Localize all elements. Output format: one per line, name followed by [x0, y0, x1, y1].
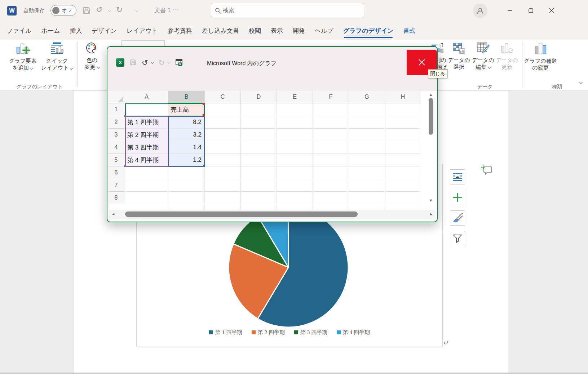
collapse-ribbon-chevron-icon[interactable]: [579, 80, 583, 84]
chart-data-window[interactable]: X ↺ ↻ Microsoft Wo: [107, 46, 438, 222]
cell-E4[interactable]: [277, 141, 313, 154]
row-header-4[interactable]: 4: [107, 141, 125, 154]
chart-legend[interactable]: 第 1 四半期第 2 四半期第 3 四半期第 4 四半期: [136, 329, 443, 336]
chart-elements-button[interactable]: [450, 190, 465, 205]
cell-C3[interactable]: [205, 129, 241, 141]
cell-E8[interactable]: [277, 192, 313, 204]
word-logo-icon[interactable]: W: [7, 6, 17, 15]
cell-G3[interactable]: [349, 129, 385, 141]
scroll-right-icon[interactable]: ►: [428, 212, 435, 216]
close-window-button[interactable]: [541, 0, 562, 21]
vertical-scrollbar[interactable]: ▲ ▼: [426, 92, 436, 204]
cell-E1[interactable]: [277, 103, 313, 116]
cell-D8[interactable]: [241, 192, 277, 204]
cell-A4[interactable]: 第 3 四半期: [125, 141, 168, 154]
tab-レイアウト[interactable]: レイアウト: [127, 27, 158, 35]
row-header-3[interactable]: 3: [107, 129, 125, 141]
column-header-G[interactable]: G: [349, 91, 385, 103]
cell-C6[interactable]: [205, 166, 241, 179]
cell-C1[interactable]: [205, 103, 241, 116]
tab-開発[interactable]: 開発: [293, 27, 305, 35]
cell-F3[interactable]: [313, 129, 349, 141]
undo-chevron-icon[interactable]: [108, 8, 111, 12]
cell-G8[interactable]: [349, 192, 385, 204]
undo-chevron-icon[interactable]: [150, 60, 154, 64]
cell-F6[interactable]: [313, 166, 349, 179]
cell-C4[interactable]: [205, 141, 241, 154]
vertical-scroll-thumb[interactable]: [429, 98, 433, 135]
cell-H7[interactable]: [385, 179, 421, 192]
cell-B3[interactable]: 3.2: [168, 129, 205, 141]
cell-H5[interactable]: [385, 154, 421, 166]
cell-B9[interactable]: [168, 204, 205, 210]
column-header-C[interactable]: C: [205, 91, 241, 103]
layout-options-button[interactable]: [450, 169, 465, 184]
tab-表示[interactable]: 表示: [271, 27, 283, 35]
cell-E9[interactable]: [277, 204, 313, 210]
tab-グラフのデザイン[interactable]: グラフのデザイン: [343, 27, 393, 35]
row-header-2[interactable]: 2: [107, 116, 125, 129]
cell-G9[interactable]: [349, 204, 385, 210]
cell-C9[interactable]: [205, 204, 241, 210]
cell-E6[interactable]: [277, 166, 313, 179]
row-header-6[interactable]: 6: [107, 166, 125, 179]
cell-F2[interactable]: [313, 116, 349, 129]
cell-G6[interactable]: [349, 166, 385, 179]
cell-B5[interactable]: 1.2: [168, 154, 205, 166]
cell-F9[interactable]: [313, 204, 349, 210]
cell-D4[interactable]: [241, 141, 277, 154]
cell-A9[interactable]: [125, 204, 168, 210]
column-header-D[interactable]: D: [241, 91, 277, 103]
cell-A7[interactable]: [125, 179, 168, 192]
cell-H1[interactable]: [385, 103, 421, 116]
minimize-button[interactable]: [499, 0, 520, 21]
cell-E3[interactable]: [277, 129, 313, 141]
tab-参考資料[interactable]: 参考資料: [168, 27, 192, 35]
undo-icon[interactable]: ↺: [142, 59, 148, 66]
quick-layout-button[interactable]: クイックレイアウト: [40, 41, 74, 71]
save-icon[interactable]: [82, 6, 91, 15]
select-all-corner[interactable]: [107, 91, 125, 103]
scroll-down-icon[interactable]: ▼: [426, 198, 436, 202]
cell-E2[interactable]: [277, 116, 313, 129]
cell-H8[interactable]: [385, 192, 421, 204]
chart-filters-button[interactable]: [450, 231, 465, 246]
cell-A2[interactable]: 第 1 四半期: [125, 116, 168, 129]
cell-G1[interactable]: [349, 103, 385, 116]
spreadsheet-grid[interactable]: ABCDEFGH12345678売上高第 1 四半期8.2第 2 四半期3.2第…: [107, 91, 437, 210]
column-header-E[interactable]: E: [277, 91, 313, 103]
cell-A6[interactable]: [125, 166, 168, 179]
cell-D9[interactable]: [241, 204, 277, 210]
undo-icon[interactable]: ↺: [96, 6, 102, 14]
cell-B4[interactable]: 1.4: [168, 141, 205, 154]
cell-D2[interactable]: [241, 116, 277, 129]
scroll-up-icon[interactable]: ▲: [426, 92, 436, 97]
cell-H6[interactable]: [385, 166, 421, 179]
tab-ホーム[interactable]: ホーム: [41, 27, 60, 35]
column-header-F[interactable]: F: [313, 91, 349, 103]
cell-C7[interactable]: [205, 179, 241, 192]
change-chart-type-button[interactable]: グラフの種類の変更: [525, 41, 556, 71]
add-chart-element-button[interactable]: グラフ要素を追加: [6, 41, 40, 71]
cell-B6[interactable]: [168, 166, 205, 179]
autosave-toggle[interactable]: オフ: [50, 5, 76, 16]
tab-差し込み文書[interactable]: 差し込み文書: [202, 27, 239, 35]
cell-H4[interactable]: [385, 141, 421, 154]
cell-A8[interactable]: [125, 192, 168, 204]
tab-ファイル[interactable]: ファイル: [6, 27, 32, 35]
cell-G7[interactable]: [349, 179, 385, 192]
cell-B8[interactable]: [168, 192, 205, 204]
cell-B7[interactable]: [168, 179, 205, 192]
column-header-B[interactable]: B: [168, 91, 205, 103]
cell-E7[interactable]: [277, 179, 313, 192]
cell-D7[interactable]: [241, 179, 277, 192]
redo-icon[interactable]: ↻: [116, 6, 123, 14]
cell-A5[interactable]: 第 4 四半期: [125, 154, 168, 166]
chart-styles-button[interactable]: [450, 210, 465, 226]
horizontal-scrollbar[interactable]: ◄ ►: [109, 210, 436, 219]
row-header-7[interactable]: 7: [107, 179, 125, 192]
cell-C5[interactable]: [205, 154, 241, 166]
cell-F4[interactable]: [313, 141, 349, 154]
tab-デザイン[interactable]: デザイン: [92, 27, 117, 35]
cell-H3[interactable]: [385, 129, 421, 141]
